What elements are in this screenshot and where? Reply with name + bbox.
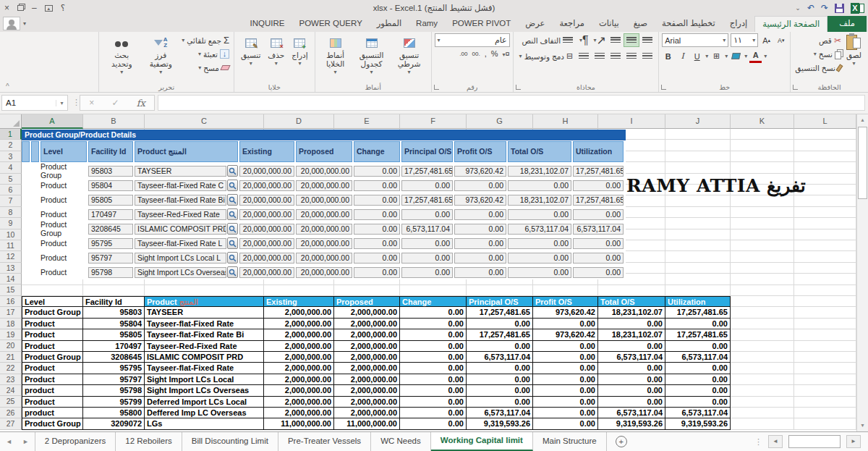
row-header-2[interactable]: 2 [0, 140, 22, 151]
table-cell[interactable]: Deffered Imp LC Overseas [145, 408, 264, 418]
product-field[interactable]: Tayseer-Red-Fixed Rate [135, 209, 226, 220]
fill-button[interactable]: ↓تعبئة▾ [180, 47, 231, 61]
tab-power-query[interactable]: POWER QUERY [292, 16, 369, 32]
table-cell[interactable]: 0.00 [400, 397, 467, 408]
tab-تخطيط-الصفحة[interactable]: تخطيط الصفحة [655, 16, 723, 32]
table-cell[interactable]: 2,000,000.00 [264, 319, 334, 329]
sheet-tab-wc-needs[interactable]: WC Needs [371, 432, 431, 451]
column-header-A[interactable]: A [22, 114, 83, 129]
insert-function-icon[interactable]: fx [137, 98, 145, 109]
format-painter-button[interactable]: نسخ التنسيق [793, 61, 843, 75]
tab-إدراج[interactable]: إدراج [723, 16, 755, 32]
table-cell[interactable]: 0.00 [467, 363, 533, 374]
align-left-button[interactable] [608, 49, 624, 63]
principal-os-field[interactable]: 17,257,481.65 [401, 166, 453, 177]
row-header-24[interactable]: 24 [0, 385, 22, 396]
table-cell[interactable]: 0.00 [533, 397, 598, 408]
total-os-field[interactable]: 0.00 [508, 238, 571, 249]
total-os-field[interactable]: 0.00 [508, 180, 571, 191]
table-cell[interactable]: 973,620.42 [533, 329, 598, 340]
name-box[interactable]: A1 ▾ [1, 95, 68, 111]
redo-icon[interactable]: ↷ [821, 3, 828, 13]
table-cell[interactable]: 2,000,000.00 [334, 352, 400, 363]
next-sheet-icon[interactable]: ► [22, 438, 29, 445]
table-cell[interactable]: 3209072 [83, 418, 145, 429]
table-cell[interactable]: 95795 [83, 363, 145, 374]
tab-file[interactable]: ملف [827, 16, 867, 32]
principal-os-field[interactable]: 17,257,481.65 [401, 195, 453, 206]
cell-styles-button[interactable]: أنماط الخلايا▾ [318, 33, 353, 78]
table-cell[interactable]: 0.00 [665, 385, 731, 396]
column-header-B[interactable]: B [83, 114, 145, 129]
prev-sheet-icon[interactable]: ◄ [6, 438, 12, 445]
utilization-field[interactable]: 0.00 [573, 238, 624, 249]
total-os-field[interactable]: 18,231,102.07 [508, 195, 571, 206]
table-cell[interactable]: Product [22, 341, 83, 352]
table-cell[interactable]: 2,000,000.00 [264, 397, 334, 408]
top-align-button[interactable] [639, 33, 655, 47]
utilization-field[interactable]: 17,257,481.65 [573, 166, 624, 177]
vertical-scrollbar[interactable]: ▲ ▼ [856, 114, 868, 431]
table-cell[interactable]: product [22, 408, 83, 418]
table-cell[interactable]: Product [22, 374, 83, 385]
row-header-12[interactable]: 12 [0, 251, 22, 262]
tab-صيغ[interactable]: صيغ [626, 16, 655, 32]
table-cell[interactable]: Product [22, 397, 83, 408]
decrease-indent-button[interactable] [592, 49, 608, 63]
table-cell[interactable]: 0.00 [400, 319, 467, 329]
principal-os-field[interactable]: 0.00 [401, 180, 453, 191]
change-field[interactable]: 0.00 [354, 224, 400, 235]
clear-button[interactable]: مسح▾ [180, 61, 231, 75]
merge-center-button[interactable]: ⊟دمج وتوسيط▾ [516, 49, 576, 63]
shrink-font-button[interactable]: A▾ [775, 33, 787, 47]
column-header-J[interactable]: J [665, 114, 731, 129]
sheet-tab-12-reboilers[interactable]: 12 Reboilers [116, 432, 182, 451]
profit-os-field[interactable]: 0.00 [454, 253, 506, 264]
table-cell[interactable]: 2,000,000.00 [334, 397, 400, 408]
table-cell[interactable]: Tayseer-flat-Fixed Rate [145, 363, 264, 374]
column-header-G[interactable]: G [467, 114, 533, 129]
table-cell[interactable]: 9,319,593.26 [665, 418, 731, 429]
column-header-C[interactable]: C [145, 114, 264, 129]
facility-id-field[interactable]: 95795 [88, 238, 133, 249]
facility-id-field[interactable]: 95798 [88, 267, 133, 278]
table-cell[interactable]: 0.00 [400, 418, 467, 429]
table-cell[interactable]: Tayseer-flat-Fixed Rate Bi [145, 329, 264, 340]
table-cell[interactable]: 17,257,481.65 [665, 307, 731, 318]
tab-power-pivot[interactable]: POWER PIVOT [445, 16, 518, 32]
accounting-format-button[interactable]: ¤▾ [502, 49, 509, 58]
table-cell[interactable]: LGs [145, 418, 264, 429]
column-header-H[interactable]: H [533, 114, 598, 129]
table-cell[interactable]: 3208645 [83, 352, 145, 363]
product-field[interactable]: ISLAMIC COMPOSIT PRD G [135, 224, 226, 235]
table-cell[interactable]: 6,573,117.04 [665, 408, 731, 418]
font-size-combo[interactable]: ١١▾ [731, 33, 758, 47]
font-color-button[interactable]: A [749, 49, 762, 63]
row-header-7[interactable]: 7 [0, 195, 22, 206]
autosum-button[interactable]: Σجمع تلقائي▾ [180, 33, 231, 47]
table-cell[interactable]: 2,000,000.00 [264, 329, 334, 340]
product-search-button[interactable] [227, 208, 238, 220]
table-cell[interactable]: 0.00 [598, 374, 665, 385]
tab-بيانات[interactable]: بيانات [592, 16, 626, 32]
italic-button[interactable]: I [676, 49, 689, 63]
table-cell[interactable]: 2,000,000.00 [334, 374, 400, 385]
delete-cells-button[interactable]: × حذف▾ [264, 33, 288, 69]
table-cell[interactable]: 2,000,000.00 [264, 408, 334, 418]
row-header-9[interactable]: 9 [0, 218, 22, 229]
copy-button[interactable]: نسخ▾ [793, 47, 843, 61]
product-search-button[interactable] [227, 165, 238, 177]
product-field[interactable]: TAYSEER [135, 166, 226, 177]
table-cell[interactable]: 0.00 [467, 397, 533, 408]
proposed-field[interactable]: 20,000,000.00 [296, 209, 352, 220]
product-field[interactable]: Tayseer-flat-Fixed Rate L [135, 238, 226, 249]
change-field[interactable]: 0.00 [354, 166, 400, 177]
row-header-18[interactable]: 18 [0, 319, 22, 329]
increase-decimal-button[interactable]: .00 [472, 51, 480, 57]
table-cell[interactable]: Product [22, 363, 83, 374]
existing-field[interactable]: 20,000,000.00 [239, 209, 294, 220]
row-header-8[interactable]: 8 [0, 207, 22, 218]
tab-مراجعة[interactable]: مراجعة [552, 16, 592, 32]
table-cell[interactable]: Product [22, 319, 83, 329]
table-cell[interactable]: 2,000,000.00 [264, 352, 334, 363]
